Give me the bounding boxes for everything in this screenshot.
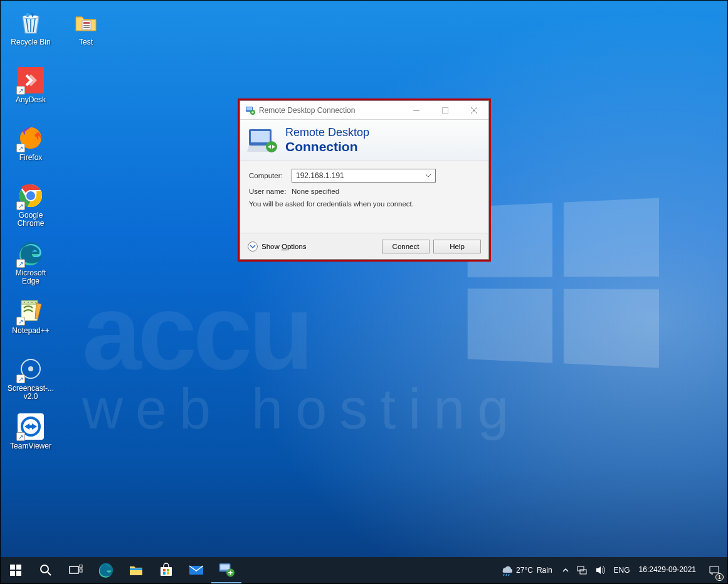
taskbar-app-edge[interactable] <box>91 557 121 583</box>
svg-rect-43 <box>167 569 169 571</box>
username-value: None specified <box>292 188 339 195</box>
network-icon <box>576 565 588 576</box>
desktop[interactable]: accu web hosting Recycle Bin ↗ AnyDesk ↗… <box>1 1 727 583</box>
desktop-icon-label: Firefox <box>6 154 56 162</box>
svg-rect-50 <box>578 566 584 571</box>
desktop-icon-chrome[interactable]: ↗ Google Chrome <box>6 179 56 236</box>
anydesk-icon: ↗ <box>18 67 44 93</box>
edge-icon: ↗ <box>18 240 44 267</box>
computer-value: 192.168.1.191 <box>296 171 344 180</box>
svg-rect-42 <box>163 569 166 571</box>
svg-rect-1 <box>564 198 659 277</box>
svg-rect-2 <box>468 289 552 363</box>
rdp-window[interactable]: Remote Desktop Connection Remote Desktop… <box>240 100 489 260</box>
start-button[interactable] <box>1 557 31 583</box>
chevron-down-icon <box>424 171 433 180</box>
volume-icon <box>595 565 606 576</box>
weather-rain-icon <box>500 564 512 576</box>
weather-temp: 27°C <box>516 566 533 575</box>
weather-widget[interactable]: 27°C Rain <box>496 557 559 583</box>
minimize-button[interactable] <box>402 102 431 119</box>
svg-point-13 <box>24 302 25 303</box>
svg-rect-31 <box>10 565 15 570</box>
search-button[interactable] <box>31 557 61 583</box>
tray-overflow[interactable] <box>559 557 572 583</box>
window-title: Remote Desktop Connection <box>259 106 402 115</box>
help-button[interactable]: Help <box>433 240 481 253</box>
folder-icon <box>73 9 99 36</box>
svg-rect-40 <box>130 568 142 570</box>
tray-language[interactable]: ENG <box>610 557 634 583</box>
svg-point-30 <box>266 141 277 152</box>
svg-rect-34 <box>16 571 21 576</box>
svg-rect-52 <box>710 566 719 573</box>
shortcut-arrow-icon: ↗ <box>16 259 25 268</box>
svg-rect-33 <box>10 571 15 576</box>
taskbar-app-explorer[interactable] <box>121 557 151 583</box>
desktop-icon-anydesk[interactable]: ↗ AnyDesk <box>6 63 56 121</box>
desktop-icon-label: Notepad++ <box>6 327 56 335</box>
show-options-label: Show Options <box>261 243 307 250</box>
tray-volume[interactable] <box>591 557 610 583</box>
desktop-icon-label: Google Chrome <box>6 211 56 228</box>
weather-label: Rain <box>537 566 552 575</box>
show-options-toggle[interactable]: Show Options <box>248 242 307 252</box>
desktop-icon-notepadpp[interactable]: ↗ Notepad++ <box>6 294 56 352</box>
computer-input[interactable]: 192.168.1.191 <box>292 169 436 183</box>
notification-badge: 1 <box>715 573 724 581</box>
desktop-icon-edge[interactable]: ↗ Microsoft Edge <box>6 236 56 294</box>
chrome-icon: ↗ <box>18 183 44 209</box>
language-indicator: ENG <box>614 566 630 575</box>
svg-rect-32 <box>16 565 21 570</box>
mail-icon <box>188 562 204 578</box>
taskbar-app-mail[interactable] <box>181 557 211 583</box>
windows-logo-wallpaper <box>468 196 659 369</box>
svg-rect-29 <box>251 131 270 142</box>
desktop-icon-test-folder[interactable]: Test <box>61 6 111 63</box>
shortcut-arrow-icon: ↗ <box>16 432 25 441</box>
svg-rect-38 <box>80 569 82 572</box>
svg-rect-48 <box>220 565 229 570</box>
shortcut-arrow-icon: ↗ <box>16 86 25 95</box>
maximize-button[interactable] <box>431 102 460 119</box>
svg-point-15 <box>31 302 33 303</box>
tray-notifications[interactable]: 1 <box>701 557 727 583</box>
watermark-line2: web hosting <box>82 377 521 442</box>
svg-rect-41 <box>161 567 172 576</box>
notepadpp-icon: ↗ <box>18 298 44 324</box>
computer-label: Computer: <box>249 172 292 179</box>
desktop-icon-firefox[interactable]: ↗ Firefox <box>6 121 56 179</box>
shortcut-arrow-icon: ↗ <box>16 317 25 326</box>
desktop-icon-teamviewer[interactable]: ↗ TeamViewer <box>6 410 56 467</box>
desktop-icon-label: TeamViewer <box>6 442 56 450</box>
task-view-icon <box>69 565 83 576</box>
svg-rect-23 <box>83 27 90 28</box>
desktop-icon-label: AnyDesk <box>6 96 56 104</box>
taskbar-app-store[interactable] <box>151 557 181 583</box>
shortcut-arrow-icon: ↗ <box>16 144 25 152</box>
svg-rect-36 <box>70 566 78 573</box>
titlebar[interactable]: Remote Desktop Connection <box>240 101 488 120</box>
connect-button[interactable]: Connect <box>382 240 430 253</box>
taskbar-app-rdp[interactable] <box>211 557 241 583</box>
desktop-icon-label: Test <box>61 38 111 46</box>
svg-rect-37 <box>80 565 82 568</box>
svg-rect-3 <box>564 289 659 368</box>
rdp-footer: Show Options Connect Help <box>240 233 488 259</box>
username-label: User name: <box>249 188 292 195</box>
svg-rect-22 <box>83 25 90 26</box>
close-button[interactable] <box>460 102 488 119</box>
desktop-icon-recycle-bin[interactable]: Recycle Bin <box>6 6 56 63</box>
svg-rect-51 <box>580 570 586 574</box>
clock-time: 16:24 <box>639 566 658 575</box>
desktop-icon-screencast[interactable]: ↗ Screencast-... v2.0 <box>6 352 56 410</box>
svg-point-4 <box>23 15 39 19</box>
shortcut-arrow-icon: ↗ <box>16 374 25 383</box>
tray-network[interactable] <box>572 557 591 583</box>
tray-clock[interactable]: 16:24 29-09-2021 <box>634 557 701 583</box>
screencast-icon: ↗ <box>18 356 44 382</box>
windows-icon <box>10 565 21 576</box>
rdp-app-icon <box>218 561 235 578</box>
taskbar[interactable]: 27°C Rain ENG 16:24 29-09-2021 1 <box>1 557 727 583</box>
task-view-button[interactable] <box>61 557 91 583</box>
